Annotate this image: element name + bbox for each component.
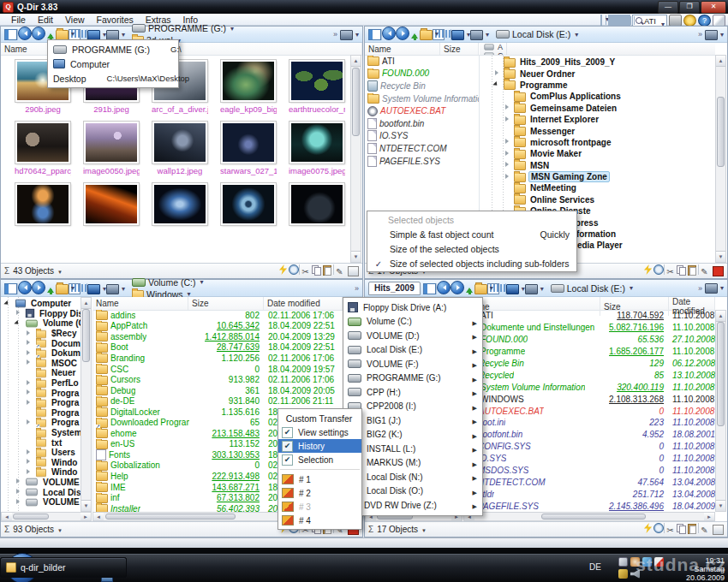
object-count[interactable]: 17 Objects bbox=[368, 525, 427, 534]
drive-menu-item[interactable]: INSTALL (L:) bbox=[343, 442, 482, 456]
tree-item[interactable]: Progra bbox=[1, 408, 81, 419]
tree-item[interactable]: MSN Gaming Zone bbox=[480, 171, 715, 182]
tree-expand-icon[interactable] bbox=[504, 93, 511, 100]
tree-expand-icon[interactable] bbox=[504, 139, 511, 146]
tree-expand-icon[interactable] bbox=[26, 459, 33, 466]
favorites-star-icon[interactable] bbox=[683, 15, 696, 27]
toolbar-icon[interactable] bbox=[32, 281, 45, 294]
tree-item[interactable]: Docum bbox=[1, 338, 81, 348]
toolbar-icon[interactable] bbox=[18, 27, 32, 40]
tree-item[interactable]: Movie Maker bbox=[480, 148, 715, 159]
toolbar-icon[interactable] bbox=[506, 284, 519, 294]
status-icon[interactable] bbox=[665, 267, 676, 277]
menu-item[interactable]: Computer bbox=[48, 56, 178, 71]
drive-menu-item[interactable]: Volume (C:) bbox=[343, 315, 482, 330]
filter-combobox[interactable]: ATI bbox=[632, 15, 667, 27]
toolbar-icon[interactable] bbox=[4, 283, 17, 294]
toolbar-icon[interactable] bbox=[451, 30, 464, 40]
column-size[interactable]: Size bbox=[440, 43, 479, 55]
scrollbar-thumb[interactable] bbox=[717, 97, 725, 167]
file-row[interactable]: AppPatch 10.645.342 18.04.2009 22:51 5 /… bbox=[93, 321, 361, 332]
status-icon[interactable] bbox=[322, 264, 333, 275]
menu-item[interactable]: Size of the selected objects bbox=[367, 241, 576, 256]
status-icon[interactable] bbox=[676, 264, 687, 275]
status-icon[interactable] bbox=[699, 267, 710, 277]
file-row[interactable]: IO.SYS bbox=[365, 130, 479, 143]
tray-icon[interactable] bbox=[618, 569, 628, 579]
tree-label[interactable]: VOLUME ( bbox=[41, 497, 81, 507]
file-row[interactable]: Dokumente und Einstellungen 5.082.716.19… bbox=[463, 322, 715, 334]
tree-label[interactable]: MSN bbox=[528, 161, 551, 170]
toolbar-icon[interactable] bbox=[525, 284, 538, 294]
tree-label[interactable]: ComPlus Applications bbox=[528, 92, 623, 101]
tree-expand-icon[interactable] bbox=[26, 409, 33, 416]
breadcrumb-segment[interactable]: PROGRAMME (G:) bbox=[129, 22, 236, 34]
column-name[interactable]: Name bbox=[92, 297, 188, 310]
language-indicator[interactable]: DE bbox=[589, 562, 601, 572]
thumbnail-item[interactable] bbox=[220, 183, 277, 228]
computer-icon[interactable] bbox=[705, 30, 718, 40]
tree-expand-icon[interactable] bbox=[504, 116, 511, 123]
menu-checkbox-item[interactable]: Selection bbox=[278, 453, 361, 466]
tree-label[interactable]: Progra bbox=[50, 398, 81, 407]
toolbar-icon[interactable] bbox=[368, 29, 381, 40]
tree-expand-icon[interactable] bbox=[15, 489, 22, 496]
tree-item[interactable]: MSN bbox=[480, 160, 715, 171]
tree-item[interactable]: ComPlus Applications bbox=[480, 91, 715, 102]
tree-item[interactable]: Dokum bbox=[1, 348, 81, 359]
vertical-scrollbar[interactable]: ▲ ▼ bbox=[715, 55, 726, 263]
toolbar-icon[interactable] bbox=[487, 283, 499, 294]
minimize-button[interactable]: — bbox=[658, 1, 678, 14]
file-row[interactable]: PAGEFILE.SYS bbox=[365, 155, 479, 168]
toolbar-icon[interactable] bbox=[464, 284, 474, 294]
list-horizontal-scrollbar[interactable]: ◄► bbox=[463, 512, 715, 521]
file-row[interactable]: CONFIG.SYS 0 11.10.2008 02:05 bbox=[463, 441, 715, 453]
file-row[interactable]: FOUND.000 bbox=[365, 68, 479, 80]
tree-expand-icon[interactable] bbox=[15, 499, 22, 506]
scrollbar-thumb[interactable] bbox=[82, 309, 90, 362]
file-row[interactable]: PAGEFILE.SYS 2.145.386.496 18.04.2009 16… bbox=[463, 500, 715, 512]
tree-label[interactable]: Programme bbox=[518, 80, 570, 90]
file-row[interactable]: Cursors 913.982 02.11.2006 17:06 0 / 223 bbox=[93, 374, 361, 385]
drive-menu-item[interactable]: BIG1 (J:) bbox=[343, 413, 482, 428]
tree-label[interactable]: VOLUME ( bbox=[41, 478, 81, 487]
tree-item[interactable]: Computer bbox=[1, 299, 81, 309]
thumbnail-item[interactable] bbox=[83, 183, 140, 228]
tree-label[interactable]: MSN Gaming Zone bbox=[528, 171, 610, 182]
file-row[interactable]: bootfont.bin 4.952 18.08.2001 11:00 bbox=[463, 429, 715, 441]
scroll-down-arrow[interactable]: ▼ bbox=[716, 500, 725, 511]
file-row[interactable]: Recycle Bin bbox=[365, 80, 479, 92]
tree-expand-icon[interactable] bbox=[26, 380, 33, 387]
thumbnail-item[interactable] bbox=[289, 183, 345, 228]
drive-menu-item[interactable]: VOLUME (D:) bbox=[343, 329, 482, 343]
toolbar-icon[interactable] bbox=[433, 29, 445, 40]
file-row[interactable]: System Volume Information 320.400.119 11… bbox=[463, 381, 715, 393]
toolbar-icon[interactable] bbox=[451, 281, 464, 294]
file-row[interactable]: ATI bbox=[365, 55, 479, 68]
pane-layout-button[interactable] bbox=[600, 15, 602, 27]
file-row[interactable]: ATI 118.704.592 11.10.2008 02:13 bbox=[463, 310, 715, 322]
breadcrumb-segment[interactable]: Local Disk (E:) bbox=[548, 282, 636, 294]
drive-menu-item[interactable]: PROGRAMME (G:) bbox=[343, 371, 482, 386]
status-icon[interactable] bbox=[653, 523, 664, 533]
status-icon[interactable] bbox=[676, 523, 687, 533]
menu-checkbox-item[interactable]: View settings bbox=[278, 425, 361, 439]
breadcrumb-segment[interactable]: Volume (C:) bbox=[129, 276, 206, 288]
close-button[interactable]: ✕ bbox=[701, 1, 726, 14]
transfer-slot-item[interactable]: # 1 bbox=[278, 472, 361, 486]
toolbar-icon[interactable] bbox=[56, 284, 69, 294]
column-header-bottom-right[interactable]: Name Size Date modified bbox=[463, 297, 715, 311]
tree-item[interactable]: Volume (C bbox=[1, 318, 81, 329]
tree-expand-icon[interactable] bbox=[26, 340, 33, 347]
tree-expand-icon[interactable] bbox=[504, 104, 511, 111]
menu-item[interactable]: Simple & fast object count Quickly bbox=[367, 227, 576, 241]
status-icon[interactable] bbox=[289, 264, 299, 275]
scroll-up-arrow[interactable]: ▲ bbox=[81, 298, 91, 309]
tree-expand-icon[interactable] bbox=[26, 400, 33, 407]
tree-label[interactable]: Windo bbox=[50, 467, 79, 477]
drive-menu-item[interactable]: MARKUS (M:) bbox=[343, 456, 482, 471]
file-row[interactable]: WINDOWS 2.108.313.268 11.10.2008 01:46 bbox=[463, 393, 715, 405]
scroll-down-arrow[interactable]: ▼ bbox=[351, 251, 361, 262]
menu-checkbox-item[interactable]: History bbox=[278, 439, 361, 453]
tree-label[interactable]: $Recy bbox=[50, 329, 78, 338]
